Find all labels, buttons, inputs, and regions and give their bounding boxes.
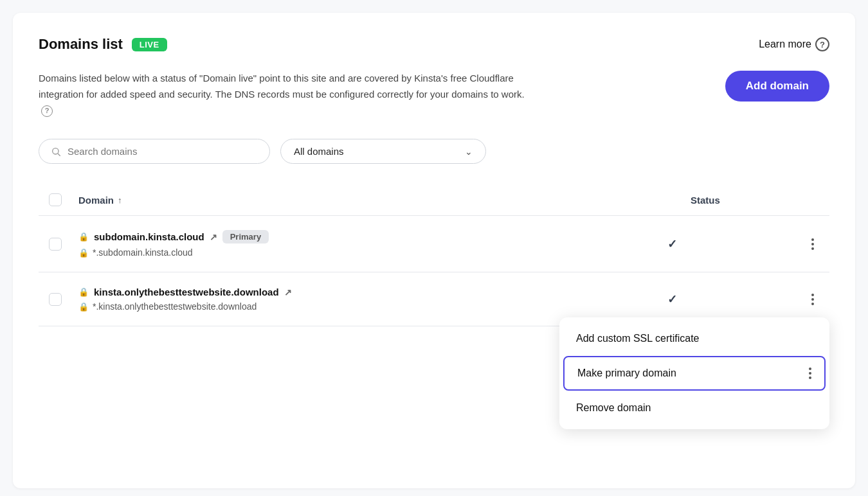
dropdown-item-dots: [809, 368, 811, 379]
status-col-header: Status: [691, 195, 819, 206]
header: Domains list LIVE Learn more ?: [39, 36, 829, 53]
row2-checkbox-col: [49, 293, 68, 306]
search-box: [39, 139, 270, 164]
dot2: [811, 243, 814, 245]
row1-status: ✓: [667, 237, 796, 251]
header-left: Domains list LIVE: [39, 36, 167, 53]
row1-checkbox[interactable]: [49, 238, 62, 251]
row1-subdomain: *.subdomain.kinsta.cloud: [93, 247, 193, 258]
sort-arrow-icon: ↑: [118, 195, 122, 205]
lock-icon: 🔒: [78, 232, 89, 242]
row1-domain-sub: 🔒 *.subdomain.kinsta.cloud: [78, 247, 657, 258]
domains-table: Domain ↑ Status 🔒 subdomain.kinsta.cloud…: [39, 184, 829, 326]
table-row: 🔒 subdomain.kinsta.cloud ↗ Primary 🔒 *.s…: [39, 216, 829, 272]
learn-more-link[interactable]: Learn more ?: [759, 37, 829, 51]
row2-subdomain: *.kinsta.onlythebesttestwebsite.download: [93, 301, 257, 312]
dot3: [809, 376, 811, 379]
select-all-checkbox[interactable]: [49, 193, 62, 206]
row2-more-button[interactable]: [806, 291, 819, 308]
lock-icon: 🔒: [78, 287, 89, 297]
row2-domain-main: 🔒 kinsta.onlythebesttestwebsite.download…: [78, 287, 657, 297]
dropdown-item-remove-label: Remove domain: [576, 402, 651, 414]
dot1: [811, 294, 814, 296]
dot3: [811, 303, 814, 305]
row1-domain-name: subdomain.kinsta.cloud: [94, 231, 204, 242]
domain-col-header: Domain ↑: [78, 195, 680, 206]
learn-more-label: Learn more: [759, 39, 811, 50]
search-input[interactable]: [68, 146, 258, 157]
filter-select[interactable]: All domains ⌄: [280, 139, 486, 164]
page-container: Domains list LIVE Learn more ? Domains l…: [13, 13, 855, 488]
dot1: [809, 368, 811, 370]
header-checkbox-col: [49, 193, 68, 206]
row1-checkbox-col: [49, 238, 68, 251]
search-row: All domains ⌄: [39, 139, 829, 164]
svg-point-0: [53, 148, 59, 154]
description-row: Domains listed below with a status of "D…: [39, 71, 829, 118]
table-row: 🔒 kinsta.onlythebesttestwebsite.download…: [39, 272, 829, 326]
description-text: Domains listed below with a status of "D…: [39, 71, 540, 118]
dropdown-item-ssl-label: Add custom SSL certificate: [576, 333, 700, 344]
dropdown-item-primary-label: Make primary domain: [577, 368, 676, 379]
table-header: Domain ↑ Status: [39, 184, 829, 216]
row2-domain-name: kinsta.onlythebesttestwebsite.download: [94, 287, 279, 297]
dot2: [809, 372, 811, 375]
dot1: [811, 238, 814, 241]
dropdown-item-ssl[interactable]: Add custom SSL certificate: [559, 321, 829, 356]
external-link-icon[interactable]: ↗: [284, 287, 292, 297]
row1-domain-main: 🔒 subdomain.kinsta.cloud ↗ Primary: [78, 230, 657, 244]
add-domain-button[interactable]: Add domain: [725, 71, 829, 102]
page-title: Domains list: [39, 36, 123, 53]
external-link-icon[interactable]: ↗: [210, 232, 217, 242]
dropdown-item-primary[interactable]: Make primary domain: [563, 356, 826, 391]
row2-status: ✓: [667, 292, 796, 306]
dropdown-item-remove[interactable]: Remove domain: [559, 391, 829, 425]
svg-line-1: [58, 154, 60, 156]
row1-more-button[interactable]: [806, 236, 819, 252]
primary-badge: Primary: [222, 230, 269, 244]
filter-label: All domains: [294, 146, 344, 157]
help-icon: ?: [815, 37, 829, 51]
row1-domain-info: 🔒 subdomain.kinsta.cloud ↗ Primary 🔒 *.s…: [78, 230, 657, 258]
description-info-icon: ?: [41, 105, 53, 117]
lock-icon-sub: 🔒: [78, 248, 89, 258]
dot2: [811, 298, 814, 301]
chevron-down-icon: ⌄: [465, 146, 473, 157]
row2-checkbox[interactable]: [49, 293, 62, 306]
live-badge: LIVE: [132, 38, 167, 51]
dot3: [811, 247, 814, 250]
search-icon: [51, 146, 61, 157]
row2-domain-info: 🔒 kinsta.onlythebesttestwebsite.download…: [78, 287, 657, 312]
lock-icon-sub: 🔒: [78, 302, 89, 312]
dropdown-menu: Add custom SSL certificate Make primary …: [559, 317, 829, 429]
domain-col-label: Domain: [78, 195, 114, 206]
row2-domain-sub: 🔒 *.kinsta.onlythebesttestwebsite.downlo…: [78, 301, 657, 312]
